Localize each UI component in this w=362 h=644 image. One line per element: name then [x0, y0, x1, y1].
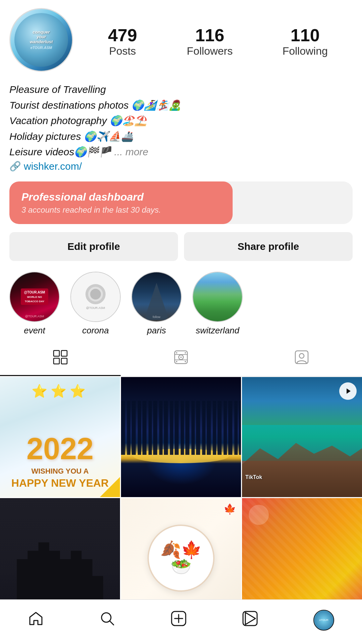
grid-icon	[53, 350, 68, 368]
profile-header: conqueryourwanderlust eTOUR.ASM 479 Post…	[0, 0, 362, 80]
newyear-stars: ⭐⭐⭐	[32, 384, 89, 398]
posts-count: 479	[108, 26, 137, 45]
link-icon: 🔗	[9, 161, 21, 172]
tabs-section	[0, 342, 362, 376]
bio-line-4: Holiday pictures 🌍✈️⛵🚢	[9, 129, 353, 145]
highlight-label-event: event	[24, 325, 45, 336]
search-icon	[99, 610, 115, 630]
home-icon	[28, 610, 44, 630]
bio-line-2: Tourist destinations photos 🌍🏄‍♀️🏂🧟‍♂️	[9, 98, 353, 113]
svg-point-18	[185, 361, 186, 362]
svg-rect-7	[61, 351, 67, 356]
svg-marker-1	[148, 298, 165, 308]
following-count: 110	[283, 26, 328, 45]
followers-label: Followers	[187, 45, 233, 57]
triangle-decoration	[100, 477, 120, 497]
svg-marker-27	[245, 612, 255, 625]
svg-point-15	[176, 352, 177, 354]
dashboard-card[interactable]: Professional dashboard 3 accounts reache…	[9, 181, 233, 224]
highlight-label-corona: corona	[82, 325, 109, 336]
svg-rect-8	[54, 358, 59, 364]
bio-line-5: Leisure videos🌍🏁🏴 ... more	[9, 144, 353, 160]
followers-count: 116	[187, 26, 233, 45]
avatar-text-sub: eTOUR.ASM	[31, 46, 52, 50]
bio-line-3: Vacation photography 🌍🏖️⛱️	[9, 113, 353, 129]
avatar-text-main: conqueryourwanderlust	[28, 30, 55, 44]
posts-label: Posts	[108, 45, 137, 57]
highlight-circle-switzerland: @TOUR.ASM	[192, 272, 243, 322]
bottom-nav: eTOUR	[0, 599, 362, 644]
svg-point-20	[299, 354, 304, 358]
share-profile-button[interactable]: Share profile	[184, 232, 353, 261]
stats-section: 479 Posts 116 Followers 110 Following	[76, 26, 353, 57]
following-stat[interactable]: 110 Following	[283, 26, 328, 57]
highlight-item-paris[interactable]: follow paris	[131, 272, 182, 336]
following-label: Following	[283, 45, 328, 57]
posts-stat[interactable]: 479 Posts	[108, 26, 137, 57]
dashboard-subtitle: 3 accounts reached in the last 30 days.	[21, 205, 221, 215]
tab-reels[interactable]	[121, 342, 241, 376]
bio-link[interactable]: 🔗 wishker.com/	[9, 161, 353, 172]
avatar[interactable]: conqueryourwanderlust eTOUR.ASM	[9, 8, 76, 75]
posts-grid: ⭐⭐⭐ 2022 WISHING YOU A HAPPY NEW YEAR	[0, 377, 362, 618]
link-text: wishker.com/	[24, 161, 82, 172]
create-icon	[171, 610, 187, 630]
nav-home[interactable]	[21, 607, 51, 633]
bio-more[interactable]: ... more	[114, 146, 148, 157]
tab-grid[interactable]	[0, 342, 121, 376]
highlight-item-switzerland[interactable]: @TOUR.ASM switzerland	[192, 272, 243, 336]
post-city[interactable]	[121, 377, 241, 497]
dashboard-section: Professional dashboard 3 accounts reache…	[0, 177, 362, 228]
highlight-item-corona[interactable]: @TOUR.ASM corona	[70, 272, 121, 336]
post-landscape[interactable]: TikTok	[242, 377, 362, 497]
svg-rect-6	[54, 351, 59, 356]
nav-search[interactable]	[93, 607, 122, 633]
svg-marker-0	[152, 283, 162, 298]
highlight-item-event[interactable]: @TOUR.ASM WORLD NOTOBACCO DAY @TOUR.ASM …	[9, 272, 60, 336]
nav-reels-icon	[242, 610, 258, 630]
tagged-icon	[294, 350, 309, 368]
svg-marker-21	[347, 388, 351, 394]
svg-point-17	[176, 361, 177, 362]
nav-profile-avatar: eTOUR	[313, 610, 334, 631]
newyear-year-text: 2022	[26, 434, 94, 464]
svg-point-12	[180, 357, 182, 358]
svg-point-16	[185, 352, 186, 354]
followers-stat[interactable]: 116 Followers	[187, 26, 233, 57]
svg-rect-19	[295, 351, 308, 364]
newyear-wish: WISHING YOU A HAPPY NEW YEAR	[11, 467, 109, 491]
edit-profile-button[interactable]: Edit profile	[9, 232, 178, 261]
highlights-section: @TOUR.ASM WORLD NOTOBACCO DAY @TOUR.ASM …	[0, 269, 362, 342]
highlight-label-paris: paris	[147, 325, 166, 336]
post-newyear[interactable]: ⭐⭐⭐ 2022 WISHING YOU A HAPPY NEW YEAR	[0, 377, 120, 497]
nav-create[interactable]	[164, 607, 193, 633]
reels-icon	[174, 350, 188, 368]
highlight-circle-paris: follow	[131, 272, 182, 322]
nav-reels[interactable]	[235, 607, 265, 633]
svg-rect-9	[61, 358, 67, 364]
tiktok-badge: TikTok	[245, 474, 262, 480]
action-buttons: Edit profile Share profile	[0, 228, 362, 269]
svg-line-23	[110, 621, 114, 625]
bio-line-1: Pleasure of Travelling	[9, 82, 353, 98]
bio-section: Pleasure of Travelling Tourist destinati…	[0, 80, 362, 177]
nav-profile[interactable]: eTOUR	[307, 606, 341, 634]
highlight-circle-corona: @TOUR.ASM	[70, 272, 121, 322]
highlight-circle-event: @TOUR.ASM WORLD NOTOBACCO DAY @TOUR.ASM	[9, 272, 60, 322]
tab-tagged[interactable]	[241, 342, 362, 376]
highlight-label-switzerland: switzerland	[196, 325, 239, 336]
dashboard-title: Professional dashboard	[21, 191, 221, 203]
reel-play-icon	[339, 382, 357, 400]
